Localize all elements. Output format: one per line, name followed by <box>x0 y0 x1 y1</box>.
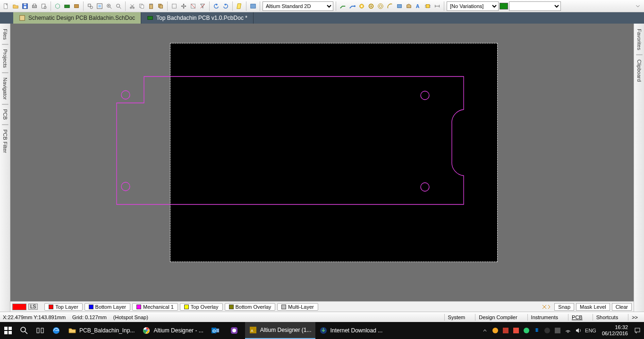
layer-tab-top-overlay[interactable]: Top Overlay <box>180 303 223 311</box>
tray-wifi-icon[interactable] <box>564 327 572 334</box>
place-pad-icon[interactable] <box>357 2 366 10</box>
status-pcb-button[interactable]: PCB <box>568 314 586 321</box>
search-button[interactable] <box>16 322 32 339</box>
save-icon[interactable] <box>21 2 29 10</box>
panel-tab-pcb[interactable]: PCB <box>1 106 9 123</box>
panel-tab-clipboard[interactable]: Clipboard <box>635 56 644 85</box>
panel-tab-pcb-filter[interactable]: PCB Filter <box>1 126 9 156</box>
place-arc-icon[interactable] <box>386 2 394 10</box>
tray-language[interactable]: ENG <box>585 328 596 333</box>
zoom-selected-icon[interactable] <box>114 2 123 10</box>
document-tab-pcb[interactable]: Top Bachdachin PCB v1.0.PcbDoc * <box>141 12 254 24</box>
layer-tab-bottom-overlay[interactable]: Bottom Overlay <box>225 303 276 311</box>
place-rect-icon[interactable] <box>395 2 404 10</box>
layer-nav-arrows-icon[interactable] <box>540 303 552 311</box>
status-shortcuts-button[interactable]: Shortcuts <box>593 314 621 321</box>
task-item-idm[interactable]: Internet Download ... <box>315 322 387 339</box>
panel-tab-navigator[interactable]: Navigator <box>1 74 9 103</box>
svg-point-43 <box>379 5 381 7</box>
copy-icon[interactable] <box>137 2 146 10</box>
zoom-area-icon[interactable] <box>86 2 94 10</box>
tray-app-icon[interactable] <box>491 327 499 334</box>
extra-combo[interactable] <box>509 1 561 11</box>
tray-app-icon[interactable] <box>554 327 561 334</box>
edge-icon <box>52 326 60 335</box>
redo-icon[interactable] <box>221 2 230 10</box>
variation-combo[interactable]: [No Variations] <box>447 1 499 11</box>
current-layer-swatch[interactable] <box>12 304 26 310</box>
layer-tab-mech1[interactable]: Mechanical 1 <box>132 303 178 311</box>
panel-tab-favorites[interactable]: Favorites <box>635 25 644 53</box>
tray-chevron-up-icon[interactable] <box>481 327 489 334</box>
pcb-3d-icon[interactable] <box>63 2 71 10</box>
new-file-icon[interactable] <box>2 2 10 10</box>
open-file-icon[interactable] <box>11 2 20 10</box>
variation-color-swatch[interactable] <box>500 3 508 9</box>
snap-button[interactable]: Snap <box>554 303 574 311</box>
status-instruments-button[interactable]: Instruments <box>527 314 561 321</box>
deselect-icon[interactable] <box>189 2 197 10</box>
place-poly-icon[interactable] <box>405 2 413 10</box>
place-fill-icon[interactable] <box>376 2 385 10</box>
task-item-outlook[interactable]: O <box>207 322 226 339</box>
edge-button[interactable] <box>48 322 64 339</box>
layer-tab-bottom[interactable]: Bottom Layer <box>85 303 130 311</box>
zoom-in-icon[interactable] <box>105 2 113 10</box>
layer-tab-top[interactable]: Top Layer <box>44 303 82 311</box>
interactive-route-icon[interactable] <box>348 2 356 10</box>
svg-rect-29 <box>160 5 162 8</box>
duplicate-icon[interactable] <box>156 2 165 10</box>
svg-rect-55 <box>148 17 153 20</box>
move-icon[interactable] <box>179 2 188 10</box>
task-view-button[interactable] <box>32 322 48 339</box>
task-item-viber[interactable] <box>226 322 245 339</box>
board-icon[interactable] <box>72 2 81 10</box>
task-item-altium[interactable]: A Altium Designer (1... <box>245 322 315 339</box>
svg-rect-80 <box>513 328 519 333</box>
undo-icon[interactable] <box>212 2 220 10</box>
svg-rect-8 <box>65 5 70 8</box>
fit-document-icon[interactable] <box>95 2 104 10</box>
svg-point-56 <box>121 91 130 99</box>
layer-set-button[interactable]: LS <box>28 304 38 310</box>
toolbar-overflow-icon[interactable] <box>634 2 642 10</box>
panel-tab-projects[interactable]: Projects <box>1 46 9 71</box>
clear-filter-icon[interactable] <box>198 2 207 10</box>
select-rect-icon[interactable] <box>170 2 178 10</box>
tray-app-icon[interactable] <box>523 327 530 334</box>
tray-volume-icon[interactable] <box>575 327 582 334</box>
view-mode-combo[interactable]: Altium Standard 2D <box>263 1 333 11</box>
svg-rect-79 <box>503 328 508 333</box>
place-component-icon[interactable] <box>424 2 432 10</box>
cut-icon[interactable] <box>128 2 136 10</box>
place-via-icon[interactable] <box>367 2 375 10</box>
place-dimension-icon[interactable] <box>433 2 441 10</box>
tray-app-icon[interactable] <box>512 327 520 334</box>
altium-content-icon[interactable] <box>249 2 257 10</box>
svg-point-81 <box>524 328 529 333</box>
tray-notifications-icon[interactable] <box>634 327 641 334</box>
place-string-icon[interactable]: A <box>414 2 423 10</box>
document-tab-schematic[interactable]: Schematic Design PCB Baldachin.SchDoc <box>13 12 141 24</box>
mask-level-button[interactable]: Mask Level <box>576 303 610 311</box>
status-design-compiler-button[interactable]: Design Compiler <box>475 314 520 321</box>
route-track-icon[interactable] <box>339 2 347 10</box>
task-item-folder[interactable]: PCB_Baldachin_Inp... <box>64 322 138 339</box>
print-preview-icon[interactable] <box>40 2 48 10</box>
layer-tab-multi[interactable]: Multi-Layer <box>277 303 318 311</box>
panel-tab-files[interactable]: Files <box>1 25 9 43</box>
start-button[interactable] <box>0 322 16 339</box>
run-script-icon[interactable] <box>235 2 244 10</box>
task-item-chrome[interactable]: Altium Designer - ... <box>138 322 207 339</box>
tray-app-icon[interactable] <box>543 327 551 334</box>
status-system-button[interactable]: System <box>444 314 469 321</box>
tray-app-icon[interactable] <box>502 327 509 334</box>
status-more-button[interactable]: >> <box>628 314 641 321</box>
browse-components-icon[interactable] <box>53 2 62 10</box>
clear-button[interactable]: Clear <box>612 303 632 311</box>
print-icon[interactable] <box>30 2 39 10</box>
tray-dropbox-icon[interactable] <box>533 327 541 334</box>
pcb-canvas[interactable] <box>10 24 634 301</box>
tray-clock[interactable]: 16:32 06/12/2016 <box>599 324 631 337</box>
paste-icon[interactable] <box>147 2 155 10</box>
